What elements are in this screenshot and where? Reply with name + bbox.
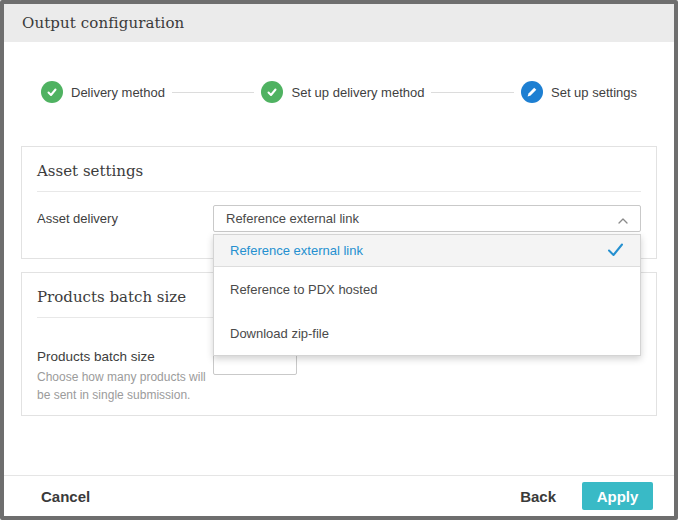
step-delivery-method[interactable]: Delivery method: [41, 81, 165, 103]
check-icon: [607, 242, 624, 260]
cancel-button[interactable]: Cancel: [41, 488, 90, 505]
step-label: Set up delivery method: [291, 85, 424, 100]
apply-button[interactable]: Apply: [582, 482, 653, 510]
wizard-stepper: Delivery method Set up delivery method S…: [41, 81, 637, 103]
products-batch-size-label: Products batch size: [37, 349, 213, 364]
step-connector: [172, 92, 255, 93]
check-icon: [261, 81, 283, 103]
check-icon: [41, 81, 63, 103]
dialog-body: Delivery method Set up delivery method S…: [4, 42, 674, 475]
option-label: Reference external link: [230, 243, 363, 258]
option-reference-to-pdx-hosted[interactable]: Reference to PDX hosted: [214, 267, 640, 311]
option-download-zip-file[interactable]: Download zip-file: [214, 311, 640, 355]
chevron-up-icon: [618, 210, 628, 228]
option-label: Download zip-file: [230, 326, 329, 341]
step-connector: [431, 92, 514, 93]
back-button[interactable]: Back: [520, 488, 556, 505]
output-configuration-dialog: Output configuration Delivery method Set…: [0, 0, 678, 520]
step-set-up-delivery-method[interactable]: Set up delivery method: [261, 81, 424, 103]
dialog-header: Output configuration: [4, 4, 674, 42]
dialog-title: Output configuration: [22, 14, 184, 32]
option-reference-external-link[interactable]: Reference external link: [214, 235, 640, 267]
pencil-icon: [521, 81, 543, 103]
step-set-up-settings[interactable]: Set up settings: [521, 81, 637, 103]
asset-delivery-select[interactable]: Reference external link: [213, 205, 641, 232]
dialog-footer: Cancel Back Apply: [4, 475, 674, 516]
asset-delivery-label: Asset delivery: [37, 211, 213, 226]
step-label: Set up settings: [551, 85, 637, 100]
asset-delivery-dropdown: Reference external link Reference to PDX…: [213, 234, 641, 356]
step-label: Delivery method: [71, 85, 165, 100]
asset-settings-heading: Asset settings: [37, 162, 641, 192]
asset-delivery-select-wrap: Reference external link Reference extern…: [213, 205, 641, 232]
asset-settings-section: Asset settings Asset delivery Reference …: [21, 146, 657, 259]
selected-value: Reference external link: [226, 211, 359, 226]
products-batch-size-description: Choose how many products will be sent in…: [37, 368, 207, 404]
option-label: Reference to PDX hosted: [230, 282, 377, 297]
